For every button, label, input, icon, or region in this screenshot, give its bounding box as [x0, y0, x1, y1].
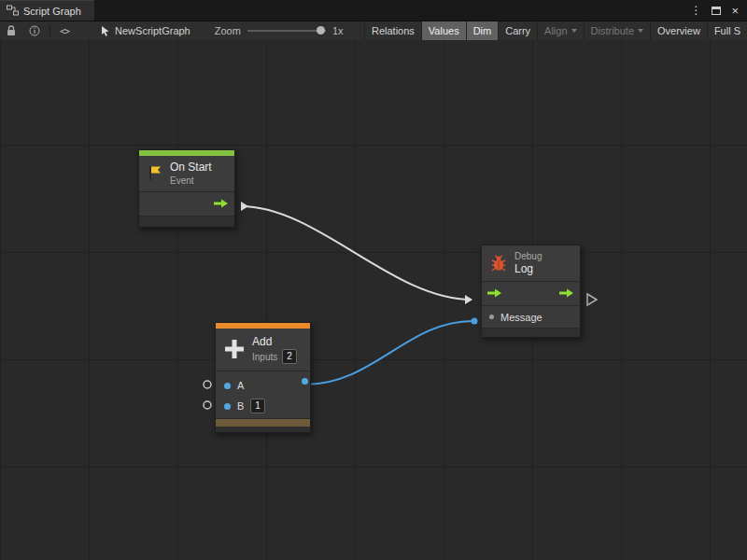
node-on-start[interactable]: On Start Event — [138, 149, 235, 228]
wire-trigger[interactable] — [241, 206, 472, 300]
zoom-slider-handle[interactable] — [317, 26, 325, 35]
window-maximize-icon[interactable] — [712, 7, 721, 15]
distribute-label: Distribute — [591, 25, 634, 36]
flag-icon — [147, 164, 163, 184]
chevron-down-icon — [638, 29, 643, 33]
graph-asset-icon — [100, 25, 110, 36]
plus-icon — [223, 338, 246, 362]
graph-canvas[interactable]: On Start Event — [0, 40, 747, 560]
node-category: Debug — [514, 250, 542, 262]
window-controls: ⋮ × — [690, 0, 747, 21]
add-footer — [216, 427, 310, 432]
zoom-slider[interactable] — [247, 30, 326, 32]
inputs-count-field[interactable]: 2 — [282, 349, 297, 364]
window-titlebar: Script Graph ⋮ × — [0, 0, 747, 21]
align-dropdown[interactable]: Align — [537, 21, 583, 40]
toolbar-separator — [49, 25, 50, 37]
info-icon[interactable] — [22, 21, 47, 40]
node-title: On Start — [170, 161, 212, 175]
unconnected-trigger-out-icon[interactable] — [587, 294, 597, 305]
zoom-value: 1x — [332, 25, 344, 36]
message-port-row[interactable]: Message — [482, 305, 580, 328]
zoom-control: Zoom 1x — [215, 25, 344, 36]
tab-title: Script Graph — [23, 6, 81, 17]
debug-log-header: Debug Log — [482, 245, 580, 281]
unconnected-port-a-icon[interactable] — [204, 381, 211, 388]
bug-icon — [489, 253, 508, 274]
debug-log-footer — [482, 328, 580, 337]
lock-icon[interactable] — [0, 21, 22, 40]
graph-toolbar: <> NewScriptGraph Zoom 1x Relations Valu… — [0, 21, 747, 40]
wire-value-end-dot — [472, 318, 478, 325]
node-add[interactable]: Add Inputs 2 A B 1 — [215, 322, 311, 433]
wire-trigger-end-arrow — [465, 295, 472, 304]
node-subtitle: Event — [170, 175, 212, 187]
port-a-dot[interactable] — [224, 383, 231, 389]
script-graph-icon — [7, 5, 19, 18]
zoom-label: Zoom — [215, 25, 241, 36]
port-row-b[interactable]: B 1 — [216, 396, 310, 416]
graph-asset-name: NewScriptGraph — [115, 25, 190, 36]
wire-trigger-start-arrow — [241, 202, 248, 211]
trigger-out-port[interactable] — [559, 288, 574, 300]
on-start-header: On Start Event — [139, 156, 234, 191]
on-start-footer — [139, 216, 234, 227]
window-menu-icon[interactable]: ⋮ — [690, 4, 701, 17]
trigger-out-port[interactable] — [214, 199, 229, 210]
align-label: Align — [544, 25, 567, 36]
relations-button[interactable]: Relations — [364, 21, 421, 40]
add-ports: A B 1 — [216, 371, 310, 418]
result-out-dot[interactable] — [302, 378, 308, 385]
toolbar-buttons: Relations Values Dim Carry Align Distrib… — [364, 21, 747, 40]
chevron-down-icon — [571, 29, 577, 33]
tab-script-graph[interactable]: Script Graph — [0, 0, 94, 21]
on-start-ports — [139, 191, 234, 216]
wire-layer — [0, 40, 747, 560]
code-icon[interactable]: <> — [53, 21, 76, 40]
node-debug-log[interactable]: Debug Log Message — [481, 245, 581, 338]
dim-button[interactable]: Dim — [466, 21, 499, 40]
trigger-in-port[interactable] — [487, 288, 502, 300]
overview-button[interactable]: Overview — [650, 21, 707, 40]
add-footer-accent — [216, 418, 310, 427]
graph-asset-breadcrumb[interactable]: NewScriptGraph — [100, 25, 190, 36]
wire-value[interactable] — [305, 321, 472, 385]
port-b-value-field[interactable]: 1 — [250, 399, 265, 413]
node-title: Log — [514, 262, 542, 276]
message-port-dot[interactable] — [489, 315, 494, 319]
window-close-icon[interactable]: × — [731, 5, 739, 17]
debug-log-trigger-ports — [482, 281, 580, 305]
fullscreen-button[interactable]: Full S — [707, 21, 747, 40]
message-port-label: Message — [500, 312, 543, 323]
port-b-dot[interactable] — [224, 403, 231, 410]
unconnected-port-b-icon[interactable] — [204, 401, 211, 409]
values-button[interactable]: Values — [421, 21, 466, 40]
port-row-a[interactable]: A — [216, 375, 310, 396]
add-header: Add Inputs 2 — [216, 329, 310, 371]
port-a-label: A — [237, 380, 244, 391]
port-b-label: B — [237, 400, 244, 412]
distribute-dropdown[interactable]: Distribute — [584, 21, 650, 40]
node-title: Add — [252, 335, 297, 349]
carry-button[interactable]: Carry — [498, 21, 537, 40]
node-subtitle: Inputs — [252, 351, 277, 363]
